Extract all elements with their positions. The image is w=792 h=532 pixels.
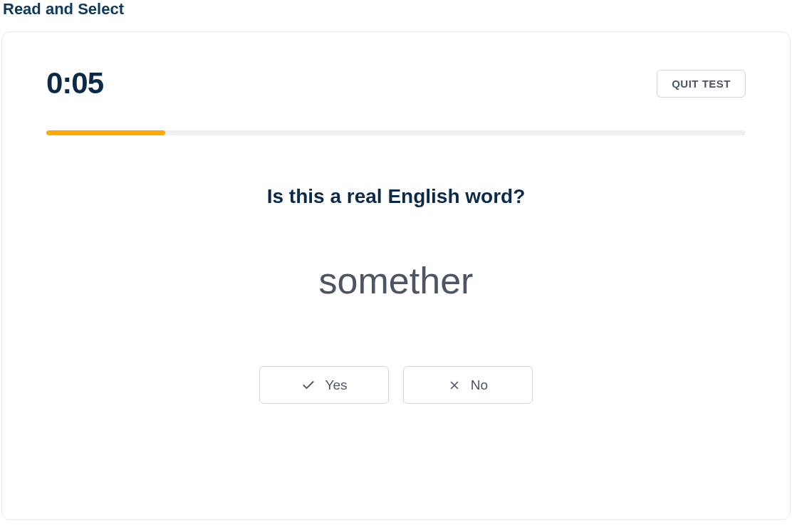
- yes-button[interactable]: Yes: [259, 366, 389, 404]
- check-icon: [301, 378, 316, 392]
- question-prompt: Is this a real English word?: [46, 185, 746, 208]
- test-card: 0:05 QUIT TEST Is this a real English wo…: [1, 31, 791, 520]
- x-icon: [448, 379, 461, 392]
- no-label: No: [471, 377, 488, 393]
- progress-bar: [46, 130, 746, 135]
- app-container: Read and Select 0:05 QUIT TEST Is this a…: [0, 0, 792, 532]
- page-title: Read and Select: [3, 0, 791, 19]
- test-word: somether: [46, 259, 746, 302]
- top-row: 0:05 QUIT TEST: [46, 66, 746, 100]
- timer-display: 0:05: [46, 66, 103, 100]
- quit-test-button[interactable]: QUIT TEST: [657, 70, 746, 98]
- no-button[interactable]: No: [403, 366, 533, 404]
- yes-label: Yes: [325, 377, 348, 393]
- answer-button-row: Yes No: [46, 366, 746, 404]
- progress-fill: [46, 130, 165, 135]
